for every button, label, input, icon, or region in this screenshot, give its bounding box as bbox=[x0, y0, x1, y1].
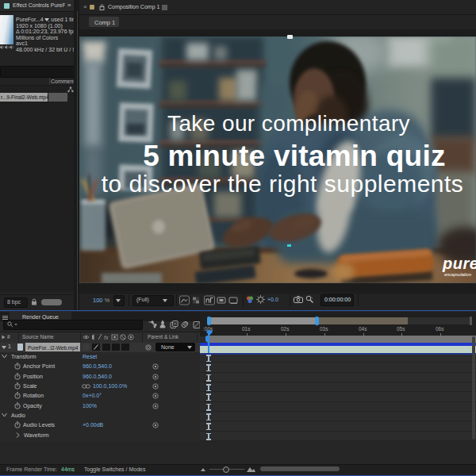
svg-text:fx: fx bbox=[104, 335, 109, 340]
